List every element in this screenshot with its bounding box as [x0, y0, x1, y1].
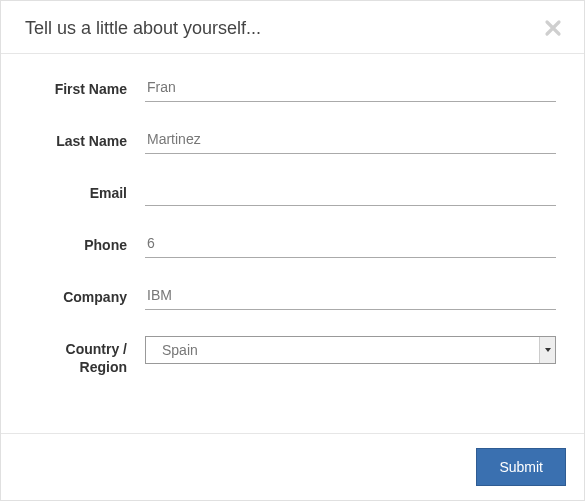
first-name-input[interactable]: [145, 79, 556, 102]
email-input[interactable]: [145, 183, 556, 206]
label-country: Country / Region: [25, 338, 145, 376]
row-last-name: Last Name: [25, 130, 556, 154]
field-country: Spain: [145, 338, 556, 364]
label-phone: Phone: [25, 234, 145, 254]
country-select-value: Spain: [146, 342, 539, 358]
label-company: Company: [25, 286, 145, 306]
company-input[interactable]: [145, 287, 556, 310]
label-last-name: Last Name: [25, 130, 145, 150]
submit-button[interactable]: Submit: [476, 448, 566, 486]
country-select[interactable]: Spain: [145, 336, 556, 364]
field-email: [145, 182, 556, 206]
row-phone: Phone: [25, 234, 556, 258]
last-name-input[interactable]: [145, 131, 556, 154]
dialog-footer: Submit: [1, 433, 584, 500]
label-email: Email: [25, 182, 145, 202]
row-company: Company: [25, 286, 556, 310]
field-company: [145, 286, 556, 310]
row-country: Country / Region Spain: [25, 338, 556, 376]
form-body: First Name Last Name Email Phone Company…: [1, 54, 584, 414]
close-button[interactable]: [542, 17, 564, 39]
field-phone: [145, 234, 556, 258]
close-icon: [544, 19, 562, 37]
field-first-name: [145, 78, 556, 102]
dialog-title: Tell us a little about yourself...: [25, 18, 261, 39]
row-first-name: First Name: [25, 78, 556, 102]
dialog-header: Tell us a little about yourself...: [1, 1, 584, 54]
chevron-down-icon: [539, 337, 555, 363]
field-last-name: [145, 130, 556, 154]
row-email: Email: [25, 182, 556, 206]
label-first-name: First Name: [25, 78, 145, 98]
phone-input[interactable]: [145, 235, 556, 258]
